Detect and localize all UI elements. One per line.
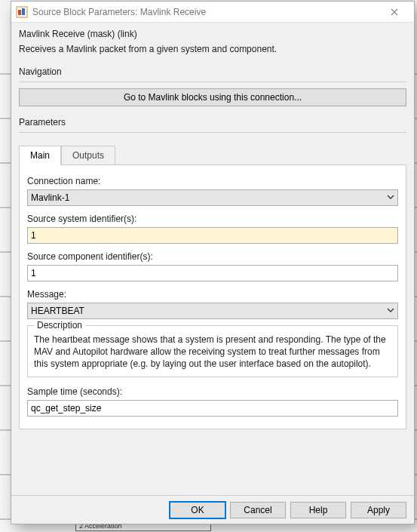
source-system-input[interactable]: [27, 227, 398, 244]
tab-panel-main: Connection name: Source system identifie…: [19, 165, 406, 429]
tab-strip: Main Outputs: [19, 145, 406, 165]
source-component-input[interactable]: [27, 265, 398, 281]
message-label: Message:: [27, 289, 398, 300]
parameters-label: Parameters: [19, 117, 406, 128]
dialog-content: Mavlink Receive (mask) (link) Receives a…: [11, 23, 414, 495]
mask-title: Mavlink Receive (mask) (link): [19, 29, 406, 39]
dialog-window: Source Block Parameters: Mavlink Receive…: [11, 1, 415, 524]
window-title: Source Block Parameters: Mavlink Receive: [32, 7, 375, 17]
tab-outputs[interactable]: Outputs: [61, 146, 115, 165]
source-component-label: Source component identifier(s):: [27, 251, 398, 262]
connection-name-label: Connection name:: [27, 176, 398, 186]
close-button[interactable]: [379, 2, 409, 23]
source-system-label: Source system identifier(s):: [27, 214, 398, 224]
svg-rect-2: [22, 8, 25, 15]
svg-rect-1: [18, 10, 21, 15]
block-description: Receives a Mavlink packet from a given s…: [19, 44, 406, 54]
divider: [19, 81, 406, 82]
titlebar: Source Block Parameters: Mavlink Receive: [11, 2, 414, 23]
message-select[interactable]: [27, 303, 398, 319]
description-legend: Description: [34, 320, 85, 331]
tab-main[interactable]: Main: [19, 146, 61, 165]
button-bar: OK Cancel Help Apply: [11, 495, 414, 524]
cancel-button[interactable]: Cancel: [230, 502, 286, 518]
ok-button[interactable]: OK: [170, 502, 225, 518]
description-body: The heartbeat message shows that a syste…: [34, 334, 391, 371]
help-button[interactable]: Help: [290, 502, 346, 518]
navigation-label: Navigation: [19, 66, 406, 77]
sample-time-label: Sample time (seconds):: [27, 386, 398, 397]
goto-connection-button[interactable]: Go to Mavlink blocks using this connecti…: [19, 88, 406, 106]
connection-name-select[interactable]: [27, 189, 398, 206]
description-group: Description The heartbeat message shows …: [27, 325, 398, 377]
apply-button[interactable]: Apply: [351, 502, 406, 518]
sample-time-input[interactable]: [27, 400, 398, 417]
divider: [19, 132, 406, 133]
app-icon: [16, 6, 28, 18]
